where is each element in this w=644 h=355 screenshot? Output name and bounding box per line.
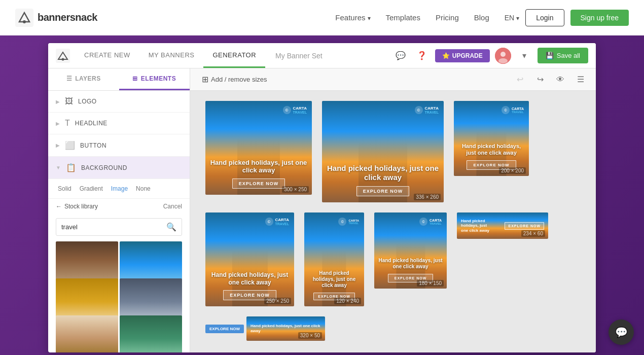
chat-bubble-button[interactable]: 💬 — [609, 320, 634, 345]
nav-blog-label: Blog — [474, 13, 489, 22]
logo-layer-chevron-icon: ▶ — [56, 99, 60, 104]
panel-tab-layers[interactable]: ☰ LAYERS — [48, 68, 119, 90]
nav-links: Features Templates Pricing Blog — [335, 13, 489, 22]
back-arrow-icon: ← — [56, 203, 62, 210]
save-all-button[interactable]: 💾 Save all — [538, 48, 588, 63]
app-container: CREATE NEW MY BANNERS GENERATOR My Banne… — [0, 36, 644, 355]
nav-pricing[interactable]: Pricing — [436, 13, 459, 22]
nav-blog[interactable]: Blog — [474, 13, 489, 22]
headline-layer-icon: T — [65, 119, 70, 128]
chat-icon-btn[interactable]: 💬 — [392, 48, 409, 64]
banner-320x50[interactable]: EXPLORE NOW Hand picked holidays, just o… — [205, 316, 325, 341]
bg-none-option[interactable]: None — [134, 184, 153, 193]
language-selector[interactable]: EN — [505, 14, 519, 22]
panel-tab-elements[interactable]: ⊞ ELEMENTS — [119, 68, 190, 90]
nav-templates[interactable]: Templates — [386, 13, 420, 22]
app-nav-tabs: CREATE NEW MY BANNERS GENERATOR — [75, 43, 265, 68]
save-icon: 💾 — [546, 52, 554, 59]
layers-icon: ☰ — [66, 75, 73, 82]
svg-point-6 — [498, 58, 508, 63]
banner-set-name[interactable]: My Banner Set — [265, 52, 392, 60]
banner-234x60[interactable]: Hand picked holidays, just one click awa… — [457, 212, 548, 239]
svg-rect-0 — [15, 9, 33, 27]
app-topbar: CREATE NEW MY BANNERS GENERATOR My Banne… — [48, 43, 596, 68]
avatar-button[interactable] — [495, 48, 511, 64]
nav-pricing-label: Pricing — [436, 13, 459, 22]
svg-point-1 — [23, 20, 26, 23]
headline-layer-chevron-icon: ▶ — [56, 121, 60, 126]
stock-image-6[interactable] — [120, 315, 182, 352]
site-logo[interactable]: bannersnack — [15, 9, 97, 27]
layer-background[interactable]: ▼ 📋 BACKGROUND — [48, 157, 190, 179]
cancel-link[interactable]: Cancel — [163, 203, 182, 210]
star-icon: ⭐ — [442, 52, 450, 59]
help-icon-btn[interactable]: ❓ — [414, 48, 430, 64]
search-box: 🔍 — [56, 218, 182, 236]
search-input[interactable] — [56, 220, 161, 234]
back-button[interactable]: ← Stock library — [56, 203, 98, 210]
undo-button[interactable]: ↩ — [512, 72, 527, 87]
bg-solid-option[interactable]: Solid — [56, 184, 74, 193]
logo-text: bannersnack — [38, 12, 97, 23]
banner-336x260[interactable]: © CARTA TRAVEL Hand picked holidays, jus… — [322, 101, 444, 202]
upgrade-button[interactable]: ⭐ UPGRADE — [435, 49, 490, 62]
features-chevron-icon — [368, 13, 371, 22]
bg-options: Solid Gradient Image None — [48, 179, 190, 198]
banner-180x150[interactable]: © CARTA TRAVEL Hand picked holidays, jus… — [374, 212, 447, 289]
search-icon-button[interactable]: 🔍 — [161, 219, 182, 235]
banner-300x250[interactable]: © CARTA TRAVEL Hand picked holidays, jus… — [205, 101, 312, 195]
app-body: ☰ LAYERS ⊞ ELEMENTS ▶ 🖼 LOGO ▶ T — [48, 68, 596, 352]
tab-my-banners[interactable]: MY BANNERS — [139, 43, 204, 68]
logo-icon — [15, 9, 33, 27]
add-icon: ⊞ — [202, 75, 208, 84]
banner-200x200[interactable]: © CARTA TRAVEL Hand picked holidays, jus… — [454, 101, 529, 176]
chat-icon: 💬 — [615, 326, 628, 338]
lang-chevron-icon — [516, 14, 519, 22]
nav-templates-label: Templates — [386, 13, 420, 22]
banner-120x240[interactable]: © CARTA TRAVEL Hand picked holidays, jus… — [304, 212, 364, 306]
redo-button[interactable]: ↪ — [532, 72, 548, 87]
tab-generator[interactable]: GENERATOR — [203, 43, 265, 68]
layer-logo[interactable]: ▶ 🖼 LOGO — [48, 91, 190, 113]
background-layer-icon: 📋 — [66, 163, 76, 172]
button-layer-icon: ⬜ — [65, 140, 75, 150]
top-navigation: bannersnack Features Templates Pricing B… — [0, 0, 644, 36]
preview-button[interactable]: 👁 — [553, 72, 568, 87]
menu-button[interactable]: ☰ — [573, 72, 588, 87]
panel-tabs: ☰ LAYERS ⊞ ELEMENTS — [48, 68, 190, 91]
app-logo-icon — [56, 49, 70, 63]
tab-create-new[interactable]: CREATE NEW — [75, 43, 139, 68]
left-panel: ☰ LAYERS ⊞ ELEMENTS ▶ 🖼 LOGO ▶ T — [48, 68, 190, 352]
svg-rect-2 — [56, 49, 70, 63]
canvas-toolbar: ⊞ Add / remove sizes ↩ ↪ 👁 ☰ — [190, 68, 596, 91]
account-chevron-icon[interactable]: ▾ — [516, 48, 532, 64]
canvas-area: ⊞ Add / remove sizes ↩ ↪ 👁 ☰ — [190, 68, 596, 352]
svg-point-3 — [62, 58, 64, 60]
image-grid: ℹ — [48, 240, 190, 352]
app-window: CREATE NEW MY BANNERS GENERATOR My Banne… — [48, 43, 596, 352]
nav-actions: EN Login Sign up free — [505, 9, 629, 26]
login-button[interactable]: Login — [525, 9, 564, 26]
stock-image-5[interactable] — [56, 315, 118, 352]
bg-image-option[interactable]: Image — [109, 184, 130, 193]
nav-features-label: Features — [335, 13, 365, 22]
signup-button[interactable]: Sign up free — [570, 10, 629, 26]
bg-gradient-option[interactable]: Gradient — [78, 184, 105, 193]
app-topbar-actions: 💬 ❓ ⭐ UPGRADE ▾ 💾 Save all — [392, 48, 588, 64]
button-layer-chevron-icon: ▶ — [56, 143, 60, 148]
nav-features[interactable]: Features — [335, 13, 370, 22]
elements-icon: ⊞ — [132, 75, 138, 82]
stock-library-header: ← Stock library Cancel — [48, 198, 190, 214]
background-layer-chevron-icon: ▼ — [56, 165, 61, 170]
layer-headline[interactable]: ▶ T HEADLINE — [48, 113, 190, 134]
svg-point-5 — [500, 52, 506, 57]
layer-button[interactable]: ▶ ⬜ BUTTON — [48, 134, 190, 157]
logo-layer-icon: 🖼 — [65, 97, 73, 106]
banners-grid: © CARTA TRAVEL Hand picked holidays, jus… — [190, 91, 596, 351]
banner-250x250[interactable]: © CARTA TRAVEL Hand picked holidays, jus… — [205, 212, 294, 306]
add-remove-sizes-button[interactable]: ⊞ Add / remove sizes — [198, 73, 271, 86]
